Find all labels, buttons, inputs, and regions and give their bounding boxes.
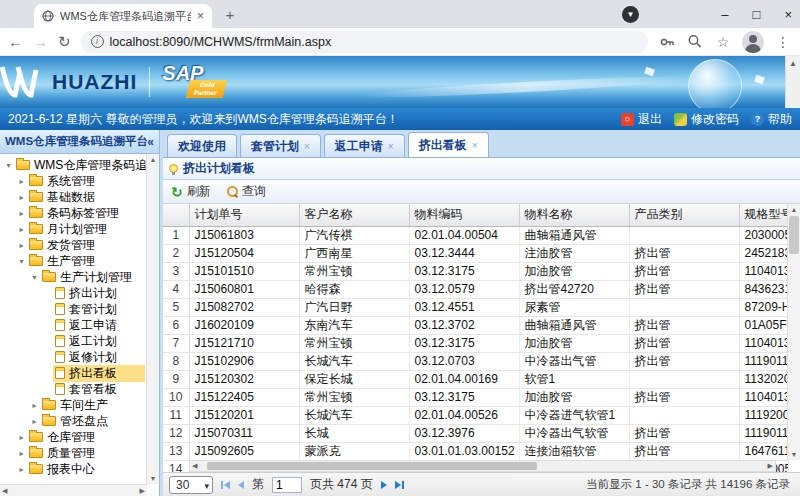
column-header[interactable]: 物料编码 — [409, 204, 519, 226]
expand-arrow-icon[interactable]: ▸ — [16, 225, 27, 234]
address-bar[interactable]: i localhost:8090/MCHWMS/frmMain.aspx — [81, 31, 648, 53]
page-size-select[interactable]: 30 — [169, 476, 213, 494]
expand-arrow-icon[interactable]: ▸ — [29, 417, 40, 426]
tree-item[interactable]: 套管看板 — [0, 381, 145, 397]
table-row[interactable]: 5J15082702广汽日野03.12.4551尿素管87209-H56AT — [163, 298, 788, 316]
tab-close-icon[interactable]: × — [197, 9, 204, 23]
window-close-button[interactable]: × — [784, 7, 792, 22]
tab-taoguan-plan[interactable]: 套管计划 × — [240, 134, 321, 157]
collapse-arrow-icon[interactable]: ▾ — [16, 257, 27, 266]
table-row[interactable]: 10J15122405常州宝顿03.12.3175加油胶管挤出管1104013X… — [163, 388, 788, 406]
scroll-up-icon[interactable]: ▲ — [786, 59, 800, 68]
scroll-up-icon[interactable]: ▲ — [788, 206, 800, 213]
tree-item[interactable]: ▾生产计划管理 — [0, 269, 145, 285]
bookmark-star-icon[interactable]: ☆ — [714, 34, 732, 50]
tree-item[interactable]: ▸发货管理 — [0, 237, 145, 253]
zoom-icon[interactable] — [686, 34, 704, 49]
expand-arrow-icon[interactable]: ▸ — [16, 209, 27, 218]
column-header[interactable]: 计划单号 — [189, 204, 299, 226]
column-header[interactable]: 物料名称 — [519, 204, 629, 226]
tab-close-icon[interactable]: × — [304, 141, 310, 152]
table-row[interactable]: 2J15120504广西南星03.12.3444注油胶管挤出管24521832 — [163, 244, 788, 262]
scroll-down-icon[interactable]: ▼ — [788, 451, 800, 458]
tab-close-icon[interactable]: × — [388, 141, 394, 152]
first-page-button[interactable] — [221, 481, 230, 489]
browser-menu-icon[interactable]: ⋮ — [774, 34, 792, 50]
table-row[interactable]: 12J15070311长城03.12.3976中冷器出气软管挤出管1119011… — [163, 424, 788, 442]
tab-close-icon[interactable]: × — [472, 140, 478, 151]
url-text[interactable]: localhost:8090/MCHWMS/frmMain.aspx — [110, 35, 332, 49]
column-header[interactable]: 规格型号 — [739, 204, 788, 226]
grid-vertical-scrollbar[interactable]: ▲ ▼ — [787, 204, 800, 460]
tree-item[interactable]: ▸基础数据 — [0, 189, 145, 205]
tab-extrusion-board[interactable]: 挤出看板 × — [408, 132, 489, 157]
tab-welcome[interactable]: 欢迎使用 — [167, 134, 237, 157]
last-page-button[interactable] — [395, 481, 404, 489]
tree-item[interactable]: ▸条码标签管理 — [0, 205, 145, 221]
collapse-arrow-icon[interactable]: ▾ — [3, 161, 14, 170]
refresh-button[interactable]: ↻ 刷新 — [171, 183, 211, 200]
expand-arrow-icon[interactable]: ▸ — [16, 465, 27, 474]
scroll-right-icon[interactable]: ▶ — [140, 487, 145, 495]
help-button[interactable]: ? 帮助 — [751, 111, 792, 128]
table-row[interactable]: 8J15102906长城汽车03.12.0703中冷器出气管挤出管1119011… — [163, 352, 788, 370]
table-row[interactable]: 1J15061803广汽传祺02.01.04.00504曲轴箱通风管203000… — [163, 226, 788, 244]
scroll-left-icon[interactable]: ◀ — [190, 462, 199, 470]
new-tab-button[interactable]: + — [222, 7, 238, 23]
tree-item[interactable]: 挤出计划 — [0, 285, 145, 301]
browser-tab[interactable]: WMS仓库管理条码追溯平台 × — [34, 4, 212, 28]
expand-arrow-icon[interactable]: ▸ — [16, 193, 27, 202]
tree-item[interactable]: 返工申请 — [0, 317, 145, 333]
password-key-icon[interactable] — [658, 34, 676, 50]
sidebar-collapse-icon[interactable]: « — [147, 135, 154, 149]
tree-item[interactable]: ▾生产管理 — [0, 253, 145, 269]
tree-item[interactable]: 挤出看板 — [0, 365, 145, 381]
reload-icon[interactable]: ↻ — [58, 33, 71, 51]
logout-button[interactable]: ○ 退出 — [621, 111, 662, 128]
window-maximize-button[interactable]: □ — [753, 7, 761, 22]
tree-item[interactable]: ▸仓库管理 — [0, 429, 145, 445]
next-page-button[interactable] — [381, 481, 387, 489]
page-number-input[interactable] — [272, 477, 302, 493]
prev-page-button[interactable] — [238, 481, 244, 489]
collapse-arrow-icon[interactable]: ▾ — [29, 273, 40, 282]
sidebar-vertical-scrollbar[interactable]: ▲ ▼ — [146, 154, 159, 484]
page-info-icon[interactable]: i — [91, 35, 104, 48]
tab-rework-request[interactable]: 返工申请 × — [324, 134, 405, 157]
table-row[interactable]: 6J16020109东南汽车03.12.3702曲轴箱通风管挤出管01A05F0… — [163, 316, 788, 334]
expand-arrow-icon[interactable]: ▸ — [16, 449, 27, 458]
table-row[interactable]: 7J15121710常州宝顿03.12.3175加油胶管挤出管1104013XS… — [163, 334, 788, 352]
scroll-left-icon[interactable]: ◀ — [2, 487, 7, 495]
tree-item[interactable]: ▸管坯盘点 — [0, 413, 145, 429]
column-header[interactable]: 产品类别 — [629, 204, 739, 226]
expand-arrow-icon[interactable]: ▸ — [16, 241, 27, 250]
search-button[interactable]: 查询 — [227, 183, 266, 200]
scroll-down-icon[interactable]: ▼ — [147, 475, 159, 482]
scrollbar-thumb[interactable] — [207, 462, 537, 470]
table-row[interactable]: 11J15120201长城汽车02.01.04.00526中冷器进气软管1111… — [163, 406, 788, 424]
grid-horizontal-scrollbar[interactable]: ◀ ▶ — [189, 460, 776, 472]
tree-item[interactable]: 套管计划 — [0, 301, 145, 317]
table-row[interactable]: 3J15101510常州宝顿03.12.3175加油胶管挤出管1104013XS… — [163, 262, 788, 280]
column-header[interactable]: 客户名称 — [299, 204, 409, 226]
expand-arrow-icon[interactable]: ▸ — [29, 401, 40, 410]
scroll-up-icon[interactable]: ▲ — [147, 156, 159, 163]
expand-arrow-icon[interactable]: ▸ — [16, 177, 27, 186]
tab-overflow-icon[interactable]: ▼ — [622, 6, 639, 23]
tree-item[interactable]: ▾WMS仓库管理条码追溯系统 — [0, 157, 145, 173]
table-row[interactable]: 4J15060801哈得森03.12.0579挤出管42720挤出管843623… — [163, 280, 788, 298]
tree-item[interactable]: 返修计划 — [0, 349, 145, 365]
scrollbar-thumb[interactable] — [789, 216, 799, 254]
change-password-button[interactable]: 修改密码 — [674, 111, 739, 128]
expand-arrow-icon[interactable]: ▸ — [16, 433, 27, 442]
tree-item[interactable]: ▸车间生产 — [0, 397, 145, 413]
window-minimize-button[interactable]: – — [721, 7, 728, 22]
tree-item[interactable]: ▸月计划管理 — [0, 221, 145, 237]
table-row[interactable]: 13J15092605蒙派克03.01.01.03.00152连接油箱软管挤出管… — [163, 442, 788, 460]
tree-item[interactable]: ▸质量管理 — [0, 445, 145, 461]
back-icon[interactable]: ← — [8, 33, 23, 50]
tree-item[interactable]: ▸系统管理 — [0, 173, 145, 189]
tree-item[interactable]: ▸报表中心 — [0, 461, 145, 477]
profile-avatar[interactable] — [742, 31, 764, 53]
table-row[interactable]: 9J15120302保定长城02.01.04.00169软管11132020XK… — [163, 370, 788, 388]
